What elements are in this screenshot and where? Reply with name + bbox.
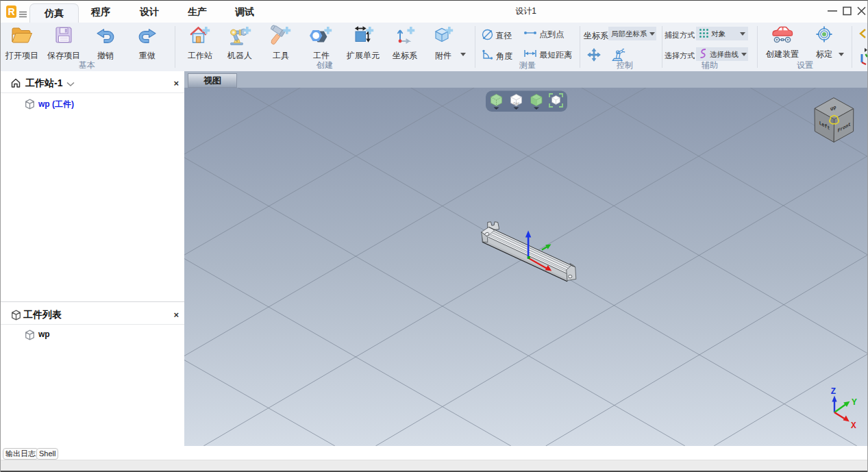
svg-text:Grid: Grid	[513, 102, 519, 105]
svg-text:Y: Y	[852, 397, 857, 408]
svg-text:X: X	[851, 421, 856, 431]
svg-text:Z: Z	[831, 386, 836, 397]
